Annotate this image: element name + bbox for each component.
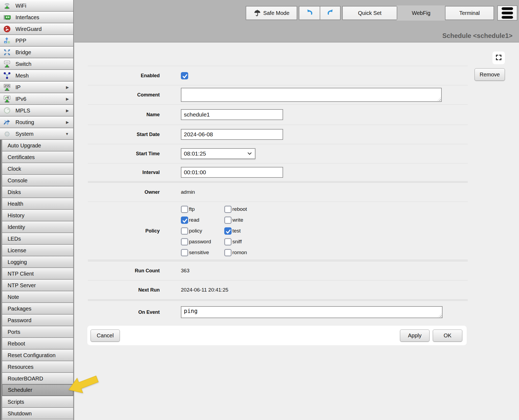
cancel-button[interactable]: Cancel xyxy=(91,329,120,342)
sidebar-item-packages[interactable]: Packages xyxy=(2,303,73,314)
header-bar: Safe Mode Quick Set WebFig Terminal Sche… xyxy=(74,0,519,42)
sidebar-item-password[interactable]: Password xyxy=(2,315,73,326)
sidebar-item-identity[interactable]: Identity xyxy=(2,221,73,232)
start-time-select[interactable]: 08:01:25 xyxy=(181,148,255,159)
sidebar-item-wifi[interactable]: WiFi xyxy=(0,0,73,11)
remove-button[interactable]: Remove xyxy=(475,68,505,81)
sidebar-item-certificates[interactable]: Certificates xyxy=(2,151,73,163)
policy-checkbox-reboot[interactable] xyxy=(224,206,232,213)
start-time-value: 08:01:25 xyxy=(184,150,206,157)
sidebar-item-label: IP xyxy=(15,84,21,91)
sidebar-item-reboot[interactable]: Reboot xyxy=(2,338,73,349)
sidebar-item-ntp-server[interactable]: NTP Server xyxy=(2,280,73,291)
sidebar-item-reset-configuration[interactable]: Reset Configuration xyxy=(2,350,73,361)
policy-checkbox-read[interactable] xyxy=(181,217,188,224)
sidebar-item-label: WiFi xyxy=(15,3,26,9)
policy-checkbox-ftp[interactable] xyxy=(181,206,188,213)
sidebar-item-ppp[interactable]: PPP xyxy=(0,35,73,46)
sidebar-item-interfaces[interactable]: Interfaces xyxy=(0,12,73,23)
sidebar-item-history[interactable]: History xyxy=(2,210,73,221)
sidebar-item-ipv6[interactable]: 6 IPv6 ▶ xyxy=(0,93,73,104)
name-label: Name xyxy=(88,112,181,118)
interval-label: Interval xyxy=(88,170,181,175)
sidebar-item-clock[interactable]: Clock xyxy=(2,163,73,174)
sidebar-item-disks[interactable]: Disks xyxy=(2,186,73,198)
apply-button[interactable]: Apply xyxy=(400,329,430,342)
sidebar-item-label: WireGuard xyxy=(15,26,42,32)
policy-checkbox-policy[interactable] xyxy=(181,227,188,235)
run-count-row: Run Count 363 xyxy=(88,261,468,280)
system-icon: ⚙ xyxy=(3,130,11,138)
wifi-icon xyxy=(3,1,11,10)
page-title: Schedule <schedule1> xyxy=(442,32,512,40)
sidebar-item-routerboard[interactable]: RouterBOARD xyxy=(2,373,73,384)
name-input[interactable] xyxy=(181,109,283,120)
sidebar-item-ntp-client[interactable]: NTP Client xyxy=(2,268,73,279)
redo-button[interactable] xyxy=(320,7,340,20)
sidebar-item-wireguard[interactable]: WireGuard xyxy=(0,23,73,34)
fullscreen-icon xyxy=(495,53,503,63)
comment-input[interactable] xyxy=(181,88,442,102)
policy-checkbox-password[interactable] xyxy=(181,238,188,245)
sidebar-item-shutdown[interactable]: Shutdown xyxy=(2,408,73,419)
policy-checkbox-sniff[interactable] xyxy=(224,238,232,245)
sidebar-item-leds[interactable]: LEDs xyxy=(2,233,73,244)
mpls-icon xyxy=(3,106,11,115)
owner-label: Owner xyxy=(88,189,181,195)
enabled-checkbox[interactable] xyxy=(181,72,188,79)
sidebar-item-label: MPLS xyxy=(15,108,30,114)
tab-terminal[interactable]: Terminal xyxy=(445,7,494,20)
policy-options: ftp reboot read write policy test passwo… xyxy=(181,204,247,258)
undo-button[interactable] xyxy=(299,7,320,20)
chevron-right-icon: ▶ xyxy=(66,85,69,89)
sidebar-item-auto-upgrade[interactable]: Auto Upgrade xyxy=(2,140,73,151)
run-count-label: Run Count xyxy=(88,268,181,274)
sidebar-item-system[interactable]: ⚙ System ▼ xyxy=(0,128,73,139)
chevron-down-icon xyxy=(248,152,252,155)
sidebar-item-health[interactable]: Health xyxy=(2,198,73,209)
interval-row: Interval xyxy=(88,163,468,181)
tab-quick-set[interactable]: Quick Set xyxy=(343,7,397,20)
enabled-row: Enabled xyxy=(88,66,468,85)
safe-mode-button[interactable]: Safe Mode xyxy=(246,6,297,20)
start-date-input[interactable] xyxy=(181,129,283,140)
next-run-row: Next Run 2024-06-11 20:41:25 xyxy=(88,280,468,299)
routing-icon xyxy=(3,118,11,127)
sidebar-item-switch[interactable]: Switch xyxy=(0,58,73,69)
sidebar-item-scripts[interactable]: Scripts xyxy=(2,396,73,407)
sidebar-item-console[interactable]: Console xyxy=(2,175,73,186)
check-icon xyxy=(225,229,231,235)
policy-checkbox-write[interactable] xyxy=(224,217,232,224)
sidebar-item-routing[interactable]: Routing ▶ xyxy=(0,117,73,128)
undo-icon xyxy=(306,8,314,18)
mesh-icon xyxy=(3,71,11,80)
sidebar-item-resources[interactable]: Resources xyxy=(2,361,73,372)
sidebar-item-ip[interactable]: 255 IP ▶ xyxy=(0,82,73,93)
svg-text:6: 6 xyxy=(7,96,9,99)
sidebar-item-bridge[interactable]: Bridge xyxy=(0,47,73,58)
owner-value: admin xyxy=(181,189,195,195)
policy-checkbox-test[interactable] xyxy=(224,227,232,235)
policy-label: Policy xyxy=(88,228,181,234)
on-event-input[interactable]: ping xyxy=(181,306,443,318)
wireguard-icon xyxy=(3,25,11,33)
svg-text:255: 255 xyxy=(4,85,10,88)
system-submenu: Auto Upgrade Certificates Clock Console … xyxy=(0,140,73,420)
undo-redo-group xyxy=(299,6,341,20)
interval-input[interactable] xyxy=(181,167,283,178)
ok-button[interactable]: OK xyxy=(433,329,462,342)
sidebar-item-mpls[interactable]: MPLS ▶ xyxy=(0,105,73,116)
chevron-right-icon: ▶ xyxy=(66,120,69,124)
sidebar-item-license[interactable]: License xyxy=(2,245,73,256)
policy-checkbox-sensitive[interactable] xyxy=(181,249,188,256)
sidebar-item-label: IPv6 xyxy=(15,96,26,102)
sidebar-item-note[interactable]: Note xyxy=(2,291,73,302)
tab-webfig[interactable]: WebFig xyxy=(397,7,445,20)
sidebar-item-logging[interactable]: Logging xyxy=(2,256,73,267)
policy-checkbox-romon[interactable] xyxy=(224,249,232,256)
sidebar-item-ports[interactable]: Ports xyxy=(2,326,73,337)
hamburger-menu-button[interactable] xyxy=(497,5,517,21)
sidebar-item-mesh[interactable]: Mesh xyxy=(0,70,73,81)
fullscreen-button[interactable] xyxy=(492,51,505,64)
sidebar-item-scheduler[interactable]: Scheduler xyxy=(2,385,73,396)
